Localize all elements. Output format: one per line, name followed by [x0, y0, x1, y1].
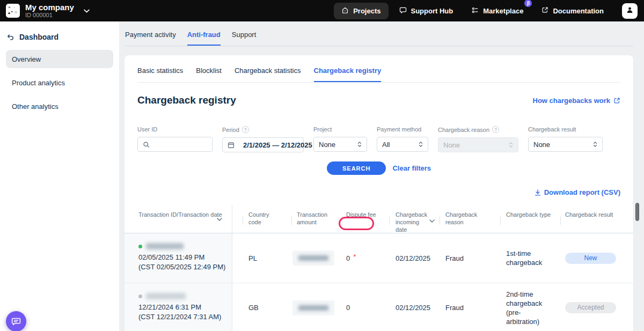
chargeback-table: Transaction ID/Transaction date Country …: [125, 205, 633, 331]
sidebar-item-product-analytics[interactable]: Product analytics: [6, 73, 113, 92]
sidebar-title[interactable]: Dashboard: [0, 21, 119, 50]
user-avatar-button[interactable]: [622, 3, 638, 19]
column-header-transaction-id[interactable]: Transaction ID/Transaction date: [125, 205, 232, 233]
person-icon: [626, 6, 634, 16]
filter-label: Period ?: [222, 126, 304, 133]
column-header-label: Dispute fee: [346, 211, 376, 218]
sidebar-item-label: Overview: [12, 55, 41, 63]
tab-support[interactable]: Support: [232, 25, 257, 46]
chargeback-reason-select: None: [438, 137, 518, 152]
nav-projects[interactable]: Projects: [334, 3, 388, 19]
project-select-value: None: [319, 141, 335, 149]
filter-label: Chargeback reason ?: [438, 126, 518, 133]
payment-method-select[interactable]: All: [377, 137, 428, 152]
select-chevrons-icon: [593, 141, 597, 148]
filter-label: Chargeback result: [528, 126, 603, 133]
column-header-label: Transaction ID/Transaction date: [138, 211, 222, 218]
nav-marketplace-label: Marketplace: [483, 7, 523, 15]
company-switcher-chevron-icon[interactable]: [84, 9, 90, 13]
search-button[interactable]: SEARCH: [327, 161, 386, 175]
period-date-range-field[interactable]: 2/1/2025 — 2/12/2025: [222, 137, 304, 152]
chargeback-result-select[interactable]: None: [528, 137, 603, 152]
incoming-date-cell: 02/12/2025: [384, 283, 436, 331]
column-header-chargeback-incoming-date[interactable]: Chargeback incoming date: [384, 205, 436, 233]
download-icon: [535, 189, 541, 196]
tab-anti-fraud[interactable]: Anti-fraud: [187, 25, 221, 46]
filter-user-id: User ID: [137, 126, 213, 152]
redacted-amount: [292, 300, 334, 315]
divider: [291, 216, 292, 225]
page-title: Chargeback registry: [137, 94, 236, 106]
chargeback-reason-cell: Fraud: [436, 283, 496, 331]
nav-marketplace[interactable]: Marketplace β: [464, 3, 531, 19]
country-code-cell: GB: [232, 283, 285, 331]
chargeback-reason-select-value: None: [443, 141, 460, 149]
dispute-fee-asterisk: *: [353, 252, 356, 261]
company-id: ID 000001: [25, 12, 74, 19]
nav-projects-label: Projects: [353, 7, 380, 15]
company-name: My company: [25, 3, 74, 12]
nav-support-hub[interactable]: Support Hub: [392, 3, 461, 19]
tab-payment-activity[interactable]: Payment activity: [125, 25, 176, 46]
sidebar-item-overview[interactable]: Overview: [6, 50, 113, 68]
nav-documentation-label: Documentation: [553, 7, 604, 15]
sort-chevron-icon[interactable]: [217, 215, 222, 223]
tab-chargeback-statistics[interactable]: Chargeback statistics: [235, 67, 301, 82]
help-icon[interactable]: ?: [492, 126, 499, 133]
sidebar-item-label: Other analytics: [12, 102, 58, 111]
filter-label-text: Chargeback reason: [438, 127, 489, 133]
clear-filters-link[interactable]: Clear filters: [392, 164, 431, 172]
column-header-label: Chargeback reason: [445, 211, 477, 225]
back-undo-icon: [6, 33, 14, 41]
divider: [440, 216, 440, 225]
download-report-link[interactable]: Download report (CSV): [535, 188, 620, 196]
column-header-label: Chargeback type: [506, 211, 551, 218]
tab-chargeback-registry[interactable]: Chargeback registry: [314, 67, 382, 82]
column-header-chargeback-result: Chargeback result: [557, 205, 633, 233]
nav-documentation[interactable]: Documentation: [534, 3, 611, 19]
tab-blocklist[interactable]: Blocklist: [196, 67, 222, 82]
select-chevrons-icon: [419, 141, 423, 148]
home-icon: [341, 6, 349, 16]
filter-label: User ID: [137, 126, 213, 133]
chat-icon: [399, 6, 407, 16]
project-select[interactable]: None: [313, 137, 367, 152]
column-header-dispute-fee: Dispute fee: [340, 205, 384, 233]
column-header-chargeback-type: Chargeback type: [496, 205, 557, 233]
chargeback-result-select-value: None: [533, 141, 550, 149]
tab-basic-statistics[interactable]: Basic statistics: [137, 67, 183, 82]
column-header-label: Chargeback result: [565, 211, 613, 218]
marketplace-beta-badge: β: [524, 0, 532, 7]
download-report-label: Download report (CSV): [544, 188, 620, 196]
sliders-icon: [471, 6, 479, 16]
table-row[interactable]: 12/21/2024 6:31 PM (CST 12/21/2024 7:31 …: [125, 283, 633, 331]
sidebar-title-label: Dashboard: [19, 33, 58, 41]
company-logo[interactable]: ×∙▴▪○: [6, 4, 20, 18]
user-id-search-field[interactable]: [137, 137, 213, 152]
filter-payment-method: Payment method All: [377, 126, 428, 152]
redacted-transaction-id: [146, 293, 186, 299]
filter-label-text: Period: [222, 127, 239, 133]
transaction-id-cell: 12/21/2024 6:31 PM (CST 12/21/2024 7:31 …: [125, 283, 232, 331]
sidebar: Dashboard Overview Product analytics Oth…: [0, 21, 119, 331]
column-header-chargeback-reason: Chargeback reason: [436, 205, 496, 233]
sidebar-item-other-analytics[interactable]: Other analytics: [6, 97, 113, 115]
how-chargebacks-work-link[interactable]: How chargebacks work: [533, 97, 621, 105]
chargeback-result-cell: Accepted: [557, 283, 633, 331]
status-dot-green: [138, 245, 142, 248]
filter-chargeback-reason: Chargeback reason ? None: [438, 126, 518, 152]
dispute-fee-cell: 0 *: [340, 233, 384, 283]
redacted-transaction-id: [146, 243, 184, 249]
user-id-input[interactable]: [153, 141, 207, 149]
company-info: My company ID 000001: [25, 3, 74, 19]
registry-tab-bar: Basic statistics Blocklist Chargeback st…: [137, 55, 620, 83]
sort-chevron-icon[interactable]: [429, 217, 435, 224]
help-icon[interactable]: ?: [242, 126, 249, 133]
vertical-scrollbar-thumb[interactable]: [635, 203, 639, 221]
table-header-row: Transaction ID/Transaction date Country …: [125, 205, 633, 233]
table-row[interactable]: 02/05/2025 11:49 PM (CST 02/05/2025 12:4…: [125, 233, 633, 283]
select-chevrons-icon: [357, 141, 362, 148]
column-header-transaction-amount: Transaction amount: [285, 205, 340, 233]
main-tab-bar: Payment activity Anti-fraud Support: [125, 25, 633, 46]
chat-widget-button[interactable]: [6, 311, 26, 331]
